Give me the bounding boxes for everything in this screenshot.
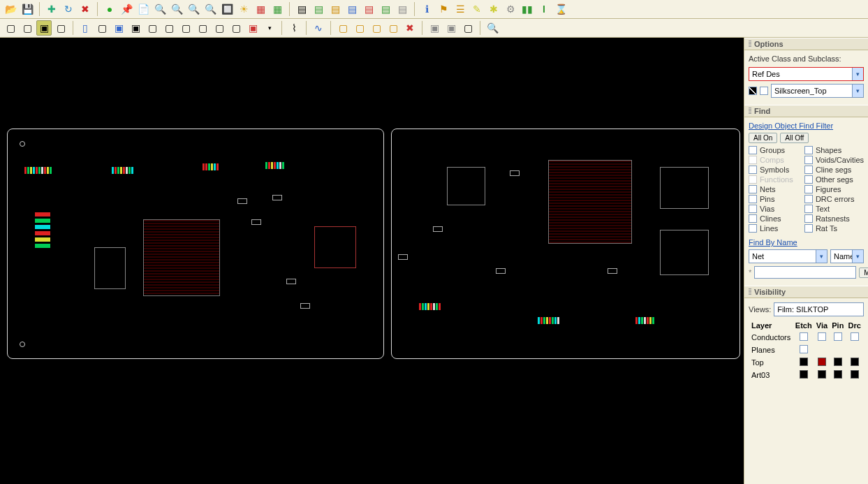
- options-panel-header[interactable]: Options: [744, 38, 868, 50]
- tool-icon[interactable]: ▣: [128, 20, 143, 36]
- folder-open-icon[interactable]: 📂: [3, 1, 18, 17]
- filter-checkbox[interactable]: [804, 175, 813, 184]
- zoom-in-icon[interactable]: 🔍: [169, 1, 184, 17]
- find-name-dropdown[interactable]: Name ▾: [830, 249, 864, 263]
- tool-icon[interactable]: ▢: [161, 20, 177, 36]
- table-icon[interactable]: ▤: [294, 1, 309, 17]
- pin-icon[interactable]: 📌: [119, 1, 134, 17]
- zoom-window-icon[interactable]: 🔍: [203, 1, 218, 17]
- tool-icon[interactable]: ▯: [78, 20, 93, 36]
- flag-icon[interactable]: ⚑: [436, 1, 451, 17]
- dropdown-icon[interactable]: ▾: [262, 20, 277, 36]
- tool-icon[interactable]: ▢: [460, 20, 476, 36]
- tool-icon[interactable]: ▢: [335, 20, 351, 36]
- tool-icon[interactable]: ▢: [145, 20, 160, 36]
- tool-icon[interactable]: ▣: [427, 20, 442, 36]
- filter-checkbox[interactable]: [804, 156, 813, 164]
- tool-icon[interactable]: ▢: [352, 20, 367, 36]
- layers-icon[interactable]: ▦: [253, 1, 268, 17]
- wand-icon[interactable]: ✎: [469, 1, 485, 17]
- plus-icon[interactable]: ✚: [44, 1, 59, 17]
- tool-icon[interactable]: ▢: [94, 20, 110, 36]
- design-canvas[interactable]: [0, 38, 744, 484]
- tool-icon[interactable]: ▢: [385, 20, 401, 36]
- layer-color-swatch[interactable]: [851, 358, 859, 366]
- table-icon[interactable]: ▤: [378, 1, 393, 17]
- tool-icon[interactable]: ▢: [228, 20, 244, 36]
- waveform-icon[interactable]: ∿: [311, 20, 326, 36]
- more-button[interactable]: More...: [859, 267, 868, 278]
- filter-checkbox[interactable]: [804, 214, 813, 223]
- filter-checkbox[interactable]: [749, 195, 757, 203]
- search-icon[interactable]: 🔍: [485, 20, 500, 36]
- tool-icon[interactable]: ▣: [443, 20, 459, 36]
- filter-checkbox[interactable]: [749, 166, 757, 174]
- layer-color-swatch[interactable]: [834, 370, 842, 379]
- vis-checkbox[interactable]: [800, 332, 808, 341]
- sun-icon[interactable]: ☀: [236, 1, 251, 17]
- save-icon[interactable]: 💾: [20, 1, 35, 17]
- filter-checkbox[interactable]: [804, 224, 813, 233]
- vis-checkbox[interactable]: [818, 332, 826, 341]
- class-dropdown[interactable]: Ref Des ▾: [749, 67, 864, 81]
- filter-checkbox[interactable]: [749, 185, 757, 193]
- all-on-button[interactable]: All On: [749, 133, 777, 143]
- zoom-previous-icon[interactable]: 🔲: [219, 1, 235, 17]
- views-dropdown[interactable]: Film: SILKTOP: [774, 302, 864, 316]
- visibility-panel-header[interactable]: Visibility: [744, 286, 868, 298]
- delete-icon[interactable]: ✖: [78, 1, 93, 17]
- layer-color-swatch[interactable]: [818, 370, 826, 379]
- subclass-color-swatch[interactable]: [749, 87, 757, 95]
- tool-icon[interactable]: ▣: [245, 20, 260, 36]
- vis-checkbox[interactable]: [800, 345, 808, 353]
- zoom-fit-icon[interactable]: 🔍: [152, 1, 168, 17]
- find-panel-header[interactable]: Find: [744, 105, 868, 117]
- tool-icon[interactable]: ▢: [212, 20, 227, 36]
- letter-icon[interactable]: I: [536, 1, 552, 17]
- rotate-icon[interactable]: ↻: [61, 1, 76, 17]
- table-icon[interactable]: ▤: [395, 1, 410, 17]
- tool-icon[interactable]: ▢: [20, 20, 35, 36]
- bars-icon[interactable]: ☰: [453, 1, 468, 17]
- layer-color-swatch[interactable]: [851, 370, 859, 379]
- gear-icon[interactable]: ⚙: [503, 1, 518, 17]
- star-icon[interactable]: ✱: [486, 1, 501, 17]
- vis-checkbox[interactable]: [851, 332, 859, 341]
- filter-checkbox[interactable]: [804, 185, 813, 193]
- zoom-out-icon[interactable]: 🔍: [186, 1, 201, 17]
- vis-checkbox[interactable]: [834, 332, 842, 341]
- all-off-button[interactable]: All Off: [780, 133, 809, 143]
- layer-color-swatch[interactable]: [800, 358, 808, 366]
- table-icon[interactable]: ▤: [311, 1, 326, 17]
- subclass-visible-checkbox[interactable]: [760, 87, 768, 95]
- layer-color-swatch[interactable]: [800, 370, 808, 379]
- tool-icon[interactable]: ▢: [53, 20, 68, 36]
- tool-icon[interactable]: ▢: [178, 20, 193, 36]
- document-icon[interactable]: 📄: [135, 1, 151, 17]
- find-name-input[interactable]: [754, 266, 856, 279]
- table-icon[interactable]: ▤: [344, 1, 360, 17]
- filter-checkbox[interactable]: [804, 205, 813, 213]
- filter-checkbox[interactable]: [749, 214, 757, 223]
- subclass-dropdown[interactable]: Silkscreen_Top ▾: [771, 84, 864, 98]
- tool-icon[interactable]: ⌇: [286, 20, 302, 36]
- hourglass-icon[interactable]: ⌛: [553, 1, 568, 17]
- grid-icon[interactable]: ▦: [270, 1, 285, 17]
- bars-green-icon[interactable]: ▮▮: [520, 1, 535, 17]
- table-icon[interactable]: ▤: [328, 1, 343, 17]
- dot-green-icon[interactable]: ●: [102, 1, 117, 17]
- filter-checkbox[interactable]: [749, 146, 757, 154]
- find-type-dropdown[interactable]: Net ▾: [749, 249, 827, 263]
- layer-color-swatch[interactable]: [834, 358, 842, 366]
- filter-checkbox[interactable]: [804, 195, 813, 203]
- tool-icon[interactable]: ▢: [195, 20, 210, 36]
- tool-icon[interactable]: ▣: [111, 20, 126, 36]
- table-icon[interactable]: ▤: [361, 1, 376, 17]
- tool-icon[interactable]: ▢: [369, 20, 384, 36]
- tool-icon[interactable]: ▣: [36, 20, 52, 36]
- filter-checkbox[interactable]: [749, 224, 757, 233]
- filter-checkbox[interactable]: [804, 166, 813, 174]
- tool-icon[interactable]: ▢: [3, 20, 18, 36]
- info-icon[interactable]: ℹ: [419, 1, 434, 17]
- tool-icon[interactable]: ✖: [402, 20, 418, 36]
